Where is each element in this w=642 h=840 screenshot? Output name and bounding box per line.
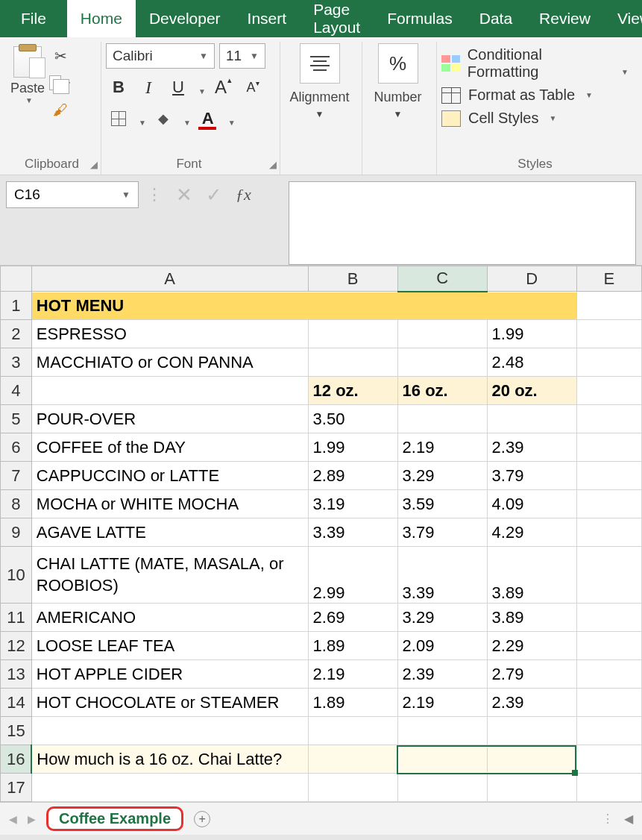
tab-nav-right[interactable]: ▶ <box>28 813 36 825</box>
col-header-B[interactable]: B <box>308 266 397 292</box>
row-header[interactable]: 12 <box>1 632 32 660</box>
cell[interactable] <box>397 320 487 348</box>
cell[interactable] <box>487 774 576 802</box>
dialog-launcher-icon[interactable]: ◢ <box>269 159 277 170</box>
formula-input[interactable] <box>289 181 636 265</box>
cell[interactable] <box>576 745 641 774</box>
cell[interactable] <box>576 717 641 745</box>
row-header[interactable]: 3 <box>1 348 32 377</box>
row-header[interactable]: 11 <box>1 604 32 632</box>
cell[interactable]: 4.09 <box>487 490 576 518</box>
cell[interactable] <box>397 405 487 433</box>
italic-button[interactable]: I <box>136 75 161 100</box>
cell[interactable]: How much is a 16 oz. Chai Latte? <box>31 745 308 774</box>
cell[interactable] <box>576 490 641 518</box>
spreadsheet-grid[interactable]: A B C D E 1 HOT MENU 2 ESPRESSO 1.99 3 M… <box>0 265 642 802</box>
cell[interactable]: 2.29 <box>487 632 576 660</box>
cell[interactable] <box>576 547 641 604</box>
row-header[interactable]: 10 <box>1 547 32 604</box>
row-header[interactable]: 4 <box>1 377 32 405</box>
cell[interactable]: 1.99 <box>308 433 397 462</box>
cell[interactable]: 2.39 <box>397 660 487 689</box>
cell[interactable]: 20 oz. <box>487 377 576 405</box>
cell[interactable]: 3.89 <box>487 604 576 632</box>
row-header[interactable]: 14 <box>1 689 32 717</box>
tab-file[interactable]: File <box>0 0 67 37</box>
font-color-button[interactable] <box>195 106 221 131</box>
cell[interactable]: POUR-OVER <box>31 405 308 433</box>
cell[interactable] <box>576 377 641 405</box>
cell[interactable] <box>576 320 641 348</box>
cell[interactable] <box>31 774 308 802</box>
cell[interactable]: 2.89 <box>308 462 397 490</box>
fx-icon[interactable]: ƒx <box>236 185 251 204</box>
row-header[interactable]: 6 <box>1 433 32 462</box>
chevron-down-icon[interactable]: ▼ <box>198 87 206 100</box>
cancel-formula-button[interactable]: ✕ <box>176 184 192 207</box>
copy-button[interactable]: ▼ <box>49 73 72 93</box>
sheet-tab-coffee-example[interactable]: Coffee Example <box>46 806 183 831</box>
paste-button[interactable]: Paste ▼ <box>10 42 45 109</box>
cell[interactable]: CHAI LATTE (MATE, MASALA, or ROOBIOS) <box>31 547 308 604</box>
decrease-font-button[interactable] <box>240 75 265 100</box>
cell[interactable]: 2.09 <box>397 632 487 660</box>
borders-button[interactable] <box>106 106 131 131</box>
bold-button[interactable]: B <box>106 75 131 100</box>
tab-data[interactable]: Data <box>466 0 526 37</box>
tab-formulas[interactable]: Formulas <box>374 0 466 37</box>
chevron-down-icon[interactable]: ▼ <box>228 119 236 131</box>
new-sheet-button[interactable]: + <box>194 811 210 827</box>
cell[interactable] <box>576 689 641 717</box>
row-header[interactable]: 15 <box>1 717 32 745</box>
cell-selected[interactable] <box>397 745 487 774</box>
cell[interactable]: AGAVE LATTE <box>31 518 308 547</box>
cell[interactable]: 3.79 <box>487 462 576 490</box>
cell[interactable]: 2.99 <box>308 547 397 604</box>
cell[interactable]: 3.89 <box>487 547 576 604</box>
cell[interactable]: LOOSE LEAF TEA <box>31 632 308 660</box>
cell[interactable]: 3.79 <box>397 518 487 547</box>
cell-styles-button[interactable]: Cell Styles ▼ <box>441 110 629 127</box>
chevron-down-icon[interactable]: ▼ <box>13 96 45 109</box>
increase-font-button[interactable] <box>210 75 236 100</box>
cell[interactable]: ESPRESSO <box>31 320 308 348</box>
scroll-left-button[interactable]: ◀ <box>624 812 633 826</box>
format-as-table-button[interactable]: Format as Table ▼ <box>441 87 629 104</box>
tab-view[interactable]: View <box>604 0 642 37</box>
cell[interactable]: 1.99 <box>487 320 576 348</box>
cell[interactable]: 2.39 <box>487 689 576 717</box>
format-painter-button[interactable] <box>49 100 72 119</box>
conditional-formatting-button[interactable]: Conditional Formatting ▼ <box>441 46 629 81</box>
cell[interactable]: 3.29 <box>397 462 487 490</box>
row-header[interactable]: 2 <box>1 320 32 348</box>
cell[interactable]: COFFEE of the DAY <box>31 433 308 462</box>
row-header[interactable]: 13 <box>1 660 32 689</box>
cell[interactable]: 3.39 <box>308 518 397 547</box>
row-header[interactable]: 17 <box>1 774 32 802</box>
row-header[interactable]: 8 <box>1 490 32 518</box>
cell[interactable]: 4.29 <box>487 518 576 547</box>
cell[interactable]: 3.50 <box>308 405 397 433</box>
dialog-launcher-icon[interactable]: ◢ <box>90 159 98 170</box>
row-header[interactable]: 7 <box>1 462 32 490</box>
cell[interactable]: 2.48 <box>487 348 576 377</box>
name-box[interactable]: C16 ▼ <box>6 181 139 208</box>
cell[interactable] <box>576 405 641 433</box>
cell[interactable] <box>308 745 397 774</box>
cell[interactable]: HOT APPLE CIDER <box>31 660 308 689</box>
cell[interactable]: 2.19 <box>397 433 487 462</box>
cell[interactable] <box>576 518 641 547</box>
col-header-D[interactable]: D <box>487 266 576 292</box>
cell[interactable]: 2.19 <box>308 660 397 689</box>
cell[interactable] <box>31 377 308 405</box>
cell[interactable]: 3.59 <box>397 490 487 518</box>
cell[interactable] <box>487 405 576 433</box>
cell[interactable]: 3.19 <box>308 490 397 518</box>
cell[interactable]: AMERICANO <box>31 604 308 632</box>
cell[interactable] <box>308 320 397 348</box>
cell[interactable] <box>576 462 641 490</box>
col-header-C[interactable]: C <box>397 266 487 292</box>
cell[interactable]: HOT MENU <box>31 292 576 320</box>
cell[interactable] <box>308 717 397 745</box>
cell[interactable] <box>397 774 487 802</box>
